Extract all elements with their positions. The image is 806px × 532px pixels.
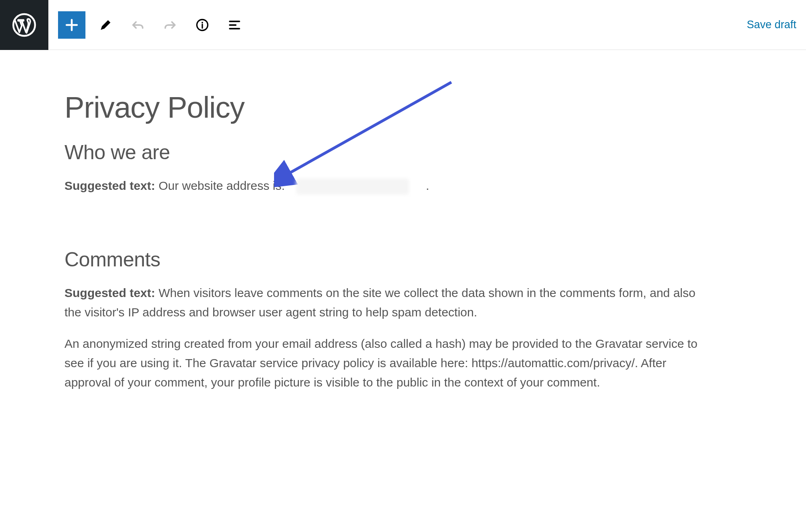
heading-comments[interactable]: Comments xyxy=(64,248,701,271)
svg-point-2 xyxy=(202,22,203,23)
save-draft-button[interactable]: Save draft xyxy=(747,19,796,31)
editor-content-area[interactable]: Privacy Policy Who we are Suggested text… xyxy=(0,50,766,420)
add-block-button[interactable] xyxy=(58,11,85,39)
redo-button[interactable] xyxy=(158,13,182,37)
undo-button[interactable] xyxy=(126,13,150,37)
comments-paragraph-1[interactable]: Suggested text: When visitors leave comm… xyxy=(64,283,701,322)
comments-paragraph-2[interactable]: An anonymized string created from your e… xyxy=(64,334,701,392)
suggested-text-label: Suggested text: xyxy=(64,179,158,192)
page-title[interactable]: Privacy Policy xyxy=(64,90,701,125)
editor-top-bar: Save draft xyxy=(0,0,806,50)
who-we-are-paragraph[interactable]: Suggested text: Our website address is: … xyxy=(64,176,701,195)
redacted-url xyxy=(296,179,409,195)
period-text: . xyxy=(409,179,429,192)
edit-tools-button[interactable] xyxy=(93,13,118,37)
heading-who-we-are[interactable]: Who we are xyxy=(64,141,701,164)
comments-body-1: When visitors leave comments on the site… xyxy=(64,286,696,319)
list-view-button[interactable] xyxy=(222,13,247,37)
info-icon xyxy=(195,18,210,32)
redo-icon xyxy=(163,18,177,32)
suggested-text-label: Suggested text: xyxy=(64,286,158,299)
who-we-are-body: Our website address is: xyxy=(158,179,288,192)
pencil-icon xyxy=(98,18,113,32)
wordpress-icon xyxy=(12,13,36,37)
toolbar-left-group xyxy=(58,11,247,39)
list-view-icon xyxy=(227,18,242,32)
wordpress-logo-button[interactable] xyxy=(0,0,48,50)
undo-icon xyxy=(131,18,145,32)
plus-icon xyxy=(63,16,81,34)
document-info-button[interactable] xyxy=(190,13,214,37)
